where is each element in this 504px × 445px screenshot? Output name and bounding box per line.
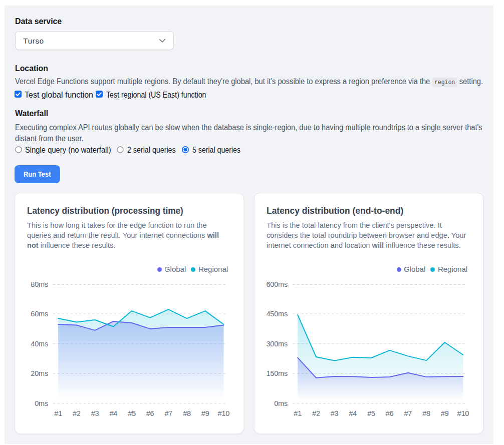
svg-text:#4: #4 [349, 409, 357, 417]
svg-text:#6: #6 [146, 409, 154, 417]
svg-text:#10: #10 [457, 409, 469, 417]
svg-text:40ms: 40ms [31, 340, 48, 348]
svg-text:#5: #5 [128, 409, 136, 417]
svg-text:#7: #7 [164, 409, 172, 417]
svg-text:#1: #1 [294, 409, 302, 417]
svg-text:20ms: 20ms [31, 369, 48, 377]
svg-text:#10: #10 [218, 409, 230, 417]
svg-text:450ms: 450ms [266, 310, 288, 318]
svg-text:300ms: 300ms [266, 340, 288, 348]
svg-text:#3: #3 [331, 409, 339, 417]
svg-text:600ms: 600ms [266, 280, 288, 288]
svg-text:0ms: 0ms [35, 399, 48, 407]
svg-text:#5: #5 [367, 409, 375, 417]
svg-text:#7: #7 [404, 409, 412, 417]
svg-text:#3: #3 [91, 409, 99, 417]
svg-text:0ms: 0ms [274, 399, 288, 407]
svg-text:#6: #6 [386, 409, 394, 417]
svg-text:#1: #1 [54, 409, 62, 417]
svg-text:80ms: 80ms [31, 280, 48, 288]
svg-text:#8: #8 [183, 409, 191, 417]
svg-text:#2: #2 [73, 409, 81, 417]
svg-text:#2: #2 [312, 409, 320, 417]
svg-text:#8: #8 [422, 409, 430, 417]
svg-text:60ms: 60ms [31, 310, 48, 318]
svg-text:#9: #9 [441, 409, 449, 417]
svg-text:#4: #4 [109, 409, 117, 417]
svg-text:150ms: 150ms [266, 369, 288, 377]
svg-text:#9: #9 [201, 409, 209, 417]
